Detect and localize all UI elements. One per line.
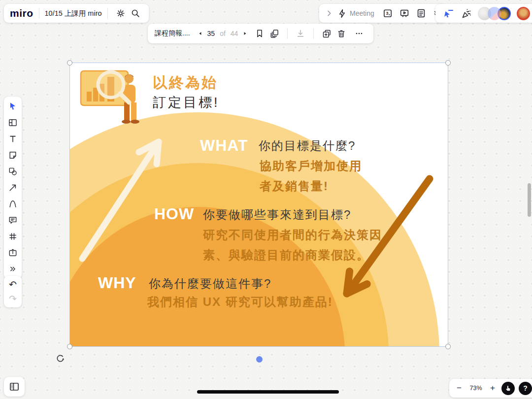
templates-icon [8, 118, 18, 128]
calendar-button[interactable]: 3 [380, 6, 395, 21]
collaboration-bar [435, 4, 532, 23]
rotate-handle[interactable] [55, 353, 65, 363]
text-tool[interactable] [6, 133, 19, 145]
previous-slide-button[interactable] [196, 28, 205, 39]
meeting-bar: Meeting 3 [319, 4, 446, 23]
more-tools[interactable] [6, 263, 19, 275]
frame-icon [8, 232, 18, 241]
upload-tool[interactable] [6, 246, 19, 259]
vertical-scrollbar[interactable] [528, 183, 531, 217]
calendar-day: 3 [386, 11, 388, 16]
slide-subtitle: 訂定目標! [153, 94, 220, 111]
why-question: 你為什麼要做這件事? [149, 276, 271, 292]
what-label: WHAT [200, 136, 248, 155]
double-chevron-right-icon [8, 265, 17, 273]
resize-handle-top-right[interactable] [445, 60, 451, 66]
search-button[interactable] [128, 6, 143, 21]
duplicate-button[interactable] [319, 26, 334, 41]
page-current: 35 [207, 30, 215, 37]
page-total: 44 [231, 30, 238, 37]
how-question: 你要做哪些事來達到目標? [203, 207, 351, 223]
what-question: 你的目標是什麼? [259, 138, 356, 154]
why-label: WHY [98, 274, 136, 292]
chevron-right-icon [325, 9, 333, 17]
zoom-out-button[interactable]: − [454, 383, 464, 393]
triangle-left-icon [198, 31, 203, 36]
tool-sidebar [4, 97, 22, 279]
slide-frame[interactable]: 以終為始 訂定目標! WHAT 你的目標是什麼? 協助客戶增加使用 者及銷售量!… [70, 63, 448, 346]
resize-handle-top-left[interactable] [67, 60, 72, 66]
board-title[interactable]: 10/15 上課用 miro [45, 9, 102, 18]
settings-button[interactable] [113, 6, 128, 21]
pen-tool[interactable] [6, 198, 19, 210]
search-icon [130, 8, 141, 19]
gesture-mode-button[interactable] [501, 382, 515, 395]
why-answer-line1: 我們相信 UX 研究可以幫助產品! [147, 294, 333, 310]
collaborator-dot [256, 356, 263, 363]
miro-logo[interactable]: miro [10, 7, 33, 19]
gear-icon [115, 8, 126, 19]
deck-name[interactable]: 課程簡報.... [155, 29, 190, 38]
templates-tool[interactable] [6, 116, 19, 129]
bookmark-button[interactable] [252, 26, 267, 41]
select-tool[interactable] [6, 100, 19, 113]
slides-panel-button[interactable] [267, 26, 282, 41]
avatar-collaborator-2[interactable] [488, 7, 501, 20]
sticky-note-tool[interactable] [6, 149, 19, 162]
home-indicator [197, 390, 339, 394]
meeting-label[interactable]: Meeting [350, 9, 374, 17]
illustration-person-with-magnifier [78, 64, 142, 124]
page-of-label: of [220, 30, 226, 37]
avatar-stack [478, 7, 511, 20]
quick-actions-button[interactable] [336, 6, 348, 21]
expand-meeting-button[interactable] [324, 6, 334, 21]
presentation-icon [399, 8, 410, 19]
slide-title: 以終為始 [153, 73, 218, 93]
divider [107, 8, 108, 19]
slides-toolbar: 課程簡報.... 35 of 44 [148, 24, 373, 43]
what-answer-line1: 協助客戶增加使用 [260, 158, 362, 174]
resize-handle-bottom-left[interactable] [67, 344, 72, 349]
undo-button[interactable]: ↶ [9, 280, 17, 289]
arrow-icon [8, 183, 18, 193]
present-button[interactable] [397, 6, 412, 21]
notes-button[interactable] [414, 6, 429, 21]
next-slide-button[interactable] [240, 28, 249, 39]
how-answer-line2: 素、與驗證目前的商業假設。 [203, 247, 369, 263]
triangle-right-icon [242, 31, 248, 36]
shapes-icon [8, 166, 18, 176]
resize-handle-bottom-right[interactable] [445, 344, 451, 349]
pages-icon [269, 29, 280, 39]
calendar-icon: 3 [382, 8, 393, 19]
redo-button[interactable]: ↷ [9, 294, 17, 303]
arrow-tool[interactable] [6, 181, 19, 194]
zoom-controls: − 73% + ? [449, 379, 532, 398]
frame-tool[interactable] [6, 230, 19, 243]
comment-icon [8, 215, 18, 225]
what-answer-line2: 者及銷售量! [260, 178, 329, 194]
sticky-note-icon [8, 150, 18, 160]
avatar-current-user[interactable] [517, 7, 530, 20]
trash-icon [336, 29, 346, 38]
header-left-bar: miro 10/15 上課用 miro [4, 4, 149, 23]
zoom-level[interactable]: 73% [468, 385, 484, 392]
bookmark-icon [255, 29, 265, 38]
more-options-button[interactable] [352, 26, 366, 41]
zoom-in-button[interactable]: + [488, 383, 498, 393]
comment-tool[interactable] [6, 214, 19, 227]
help-button[interactable]: ? [519, 382, 532, 395]
divider [39, 8, 39, 19]
frames-panel-toggle[interactable] [4, 377, 25, 397]
shapes-tool[interactable] [6, 165, 19, 178]
follow-me-button[interactable] [441, 6, 455, 21]
reactions-button[interactable] [460, 6, 473, 21]
download-button[interactable] [293, 26, 308, 41]
hand-pointer-icon [504, 385, 512, 392]
delete-button[interactable] [334, 26, 349, 41]
confetti-icon [461, 7, 472, 19]
follow-cursor-icon [442, 7, 454, 19]
cursor-icon [8, 101, 18, 111]
how-answer-line1: 研究不同使用者間的行為決策因 [203, 227, 382, 243]
notes-icon [416, 8, 427, 19]
upload-icon [8, 248, 18, 258]
